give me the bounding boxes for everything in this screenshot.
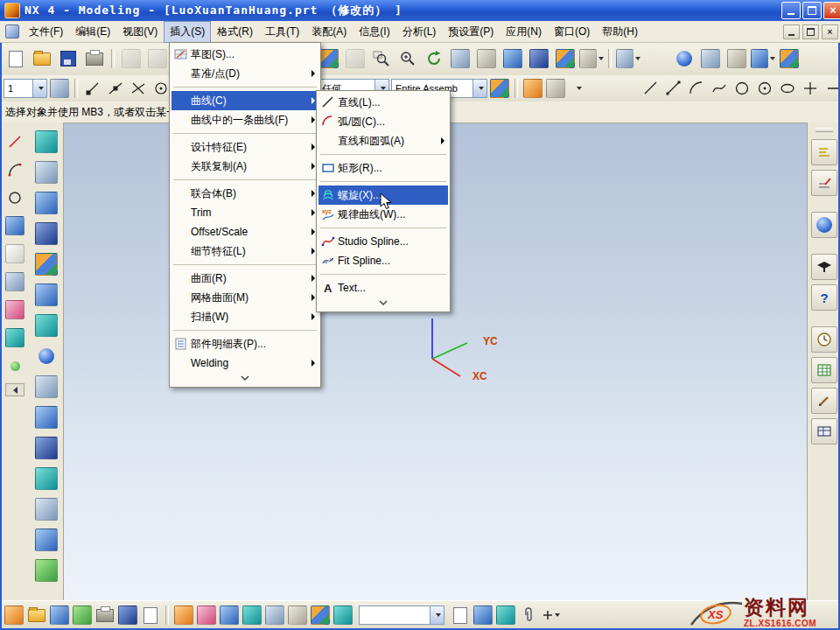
cut-button[interactable] <box>119 46 144 71</box>
menu-file[interactable]: 文件(F) <box>23 21 69 43</box>
rectangle-tool-button[interactable] <box>4 243 25 264</box>
orient-view-button[interactable] <box>672 46 696 71</box>
layer-combo[interactable]: 1 <box>4 79 47 98</box>
spreadsheet-button[interactable] <box>811 357 837 383</box>
orient-wcs-button[interactable] <box>332 605 354 626</box>
line-tool-button[interactable] <box>4 131 25 152</box>
bottom-selection-combo[interactable] <box>359 606 444 625</box>
layer-settings-button[interactable] <box>49 78 70 99</box>
hole-button[interactable] <box>34 374 59 399</box>
menu-information[interactable]: 信息(I) <box>353 21 396 43</box>
collapse-toolbar-button[interactable] <box>5 383 24 396</box>
display-mode-button[interactable] <box>579 46 604 71</box>
toolbar-grip[interactable] <box>816 128 833 132</box>
menu-item-rectangle[interactable]: 矩形(R)... <box>318 158 448 178</box>
dimension-button[interactable] <box>811 139 837 165</box>
menu-window[interactable]: 窗口(O) <box>548 21 596 43</box>
menu-help[interactable]: 帮助(H) <box>596 21 644 43</box>
circle-tool-button[interactable] <box>4 187 25 208</box>
wcs-dynamics-button[interactable] <box>522 78 543 99</box>
cylinder-tool-button[interactable] <box>4 327 25 348</box>
open-part-button[interactable] <box>26 605 47 626</box>
menu-item-line-and-arc[interactable]: 直线和圆弧(A) <box>318 131 448 150</box>
history-button[interactable] <box>811 326 837 353</box>
menu-item-welding[interactable]: Welding <box>172 354 318 373</box>
menu-item-sketch[interactable]: 草图(S)... <box>172 45 318 64</box>
measure-button[interactable] <box>287 605 308 626</box>
print-button[interactable] <box>82 46 107 71</box>
selection-mode-button[interactable] <box>4 605 24 626</box>
quick-ellipse-button[interactable] <box>777 78 798 99</box>
thread-button[interactable] <box>34 528 59 552</box>
menu-application[interactable]: 应用(N) <box>500 21 548 43</box>
point-tool-button[interactable] <box>4 355 25 376</box>
menu-item-parts-list[interactable]: 部件明细表(P)... <box>172 334 318 354</box>
menu-analysis[interactable]: 分析(L) <box>396 21 443 43</box>
microphone-button[interactable] <box>117 605 138 626</box>
datum-csys-button[interactable] <box>343 46 368 71</box>
part-families-button[interactable] <box>811 418 837 444</box>
doc-restore-button[interactable] <box>802 24 819 39</box>
minimize-button[interactable] <box>781 2 801 19</box>
shaded-view-button[interactable] <box>553 46 578 71</box>
layout-button[interactable] <box>751 46 775 71</box>
save-button[interactable] <box>56 46 80 71</box>
menu-item-trim[interactable]: Trim <box>172 203 318 222</box>
datum-plane-button[interactable] <box>34 160 59 185</box>
hatch-tool-button[interactable] <box>4 215 25 236</box>
quick-line-points-button[interactable] <box>663 78 684 99</box>
close-button[interactable]: × <box>823 2 840 19</box>
cone-button[interactable] <box>34 313 59 338</box>
menu-item-datum-point[interactable]: 基准/点(D) <box>172 64 318 83</box>
doc-close-button[interactable]: × <box>822 24 838 39</box>
analysis-button[interactable] <box>472 605 494 626</box>
quick-circle-center-button[interactable] <box>754 78 775 99</box>
more-options-button[interactable] <box>568 78 589 99</box>
snapshot-button[interactable] <box>698 46 723 71</box>
quick-arc-button[interactable] <box>686 78 707 99</box>
rotate-view-button[interactable] <box>422 46 446 71</box>
roles-button[interactable] <box>777 46 802 71</box>
menu-item-design-feature[interactable]: 设计特征(E) <box>172 137 318 157</box>
menu-view[interactable]: 视图(V) <box>116 21 164 43</box>
cylinder-button[interactable] <box>34 283 59 307</box>
sphere-button[interactable] <box>34 344 59 368</box>
new-file-button[interactable] <box>4 46 28 71</box>
wcs-origin-button[interactable] <box>545 78 566 99</box>
help-button[interactable]: ? <box>811 284 837 311</box>
arc-tool-button[interactable] <box>4 159 25 180</box>
quick-point-button[interactable] <box>800 78 821 99</box>
submenu-expand-button[interactable] <box>318 298 448 310</box>
menu-tools[interactable]: 工具(T) <box>259 21 305 43</box>
menu-item-offset-scale[interactable]: Offset/Scale <box>172 222 318 242</box>
boss-button[interactable] <box>34 405 59 430</box>
extrude-button[interactable] <box>34 191 59 215</box>
menu-item-arc-circle[interactable]: 弧/圆(C)... <box>318 112 448 131</box>
snap-endpoint-button[interactable] <box>82 78 103 99</box>
snap-point-button[interactable] <box>264 605 285 626</box>
menu-item-line[interactable]: 直线(L)... <box>318 93 448 112</box>
view-list-button[interactable] <box>616 46 640 71</box>
quick-line-button[interactable] <box>640 78 662 99</box>
quick-circle-button[interactable] <box>732 78 752 99</box>
layer-combo-button[interactable] <box>32 80 46 97</box>
pan-button[interactable] <box>448 46 472 71</box>
menu-expand-button[interactable] <box>172 373 318 385</box>
menu-assemblies[interactable]: 装配(A) <box>305 21 353 43</box>
add-button[interactable] <box>173 605 194 626</box>
more-tools-button[interactable] <box>541 605 562 626</box>
pocket-button[interactable] <box>34 436 59 460</box>
wcs-display-button[interactable] <box>310 605 331 626</box>
grid-display-button[interactable] <box>49 605 70 626</box>
attachment-button[interactable] <box>518 605 539 626</box>
doc-minimize-button[interactable] <box>783 24 800 39</box>
note-button[interactable] <box>140 605 161 626</box>
spline-tool-button[interactable] <box>4 299 25 320</box>
menu-edit[interactable]: 编辑(E) <box>69 21 116 43</box>
zoom-button[interactable] <box>396 46 420 71</box>
restore-button[interactable] <box>802 2 822 19</box>
menu-item-associative-copy[interactable]: 关联复制(A) <box>172 157 318 176</box>
plot-button[interactable] <box>94 605 116 626</box>
menu-item-combine[interactable]: 联合体(B) <box>172 184 318 203</box>
menu-item-mesh-surface[interactable]: 网格曲面(M) <box>172 288 318 307</box>
